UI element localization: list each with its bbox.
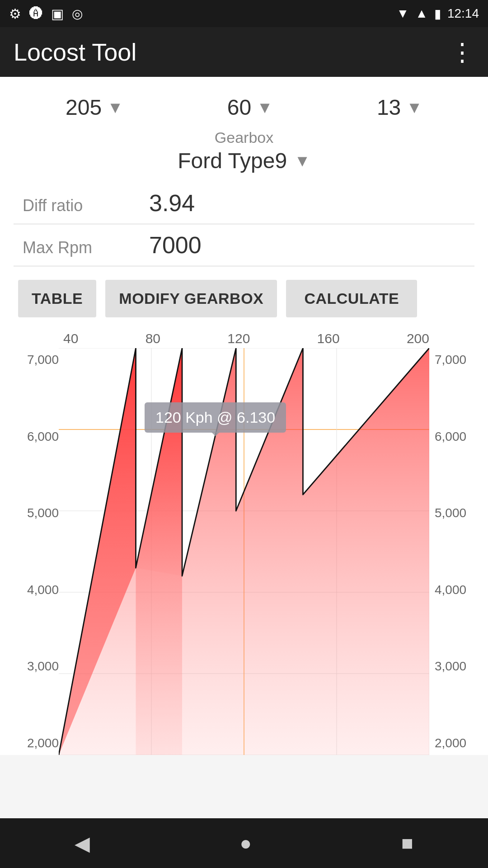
- diff-ratio-input[interactable]: [149, 189, 465, 217]
- calculate-button[interactable]: CALCULATE: [286, 280, 417, 317]
- x-label-160: 160: [317, 331, 340, 346]
- max-rpm-row: Max Rpm: [14, 224, 474, 266]
- dropdown-60[interactable]: 60 ▼: [227, 95, 273, 120]
- y-left-7000: 7,000: [27, 353, 59, 367]
- overflow-menu-icon[interactable]: ⋮: [450, 38, 474, 66]
- donut-icon: ◎: [72, 6, 83, 21]
- gearbox-label: Gearbox: [215, 129, 273, 146]
- diff-ratio-label: Diff ratio: [23, 196, 149, 215]
- chart-container[interactable]: 7,000 6,000 5,000 4,000 3,000 2,000 7,00…: [14, 348, 474, 755]
- y-left-4000: 4,000: [27, 583, 59, 597]
- dropdown-205-arrow: ▼: [107, 98, 123, 117]
- y-left-6000: 6,000: [27, 429, 59, 444]
- x-label-40: 40: [63, 331, 78, 346]
- action-buttons-row: TABLE MODIFY GEARBOX CALCULATE: [14, 266, 474, 331]
- nav-bar: ◀ ● ■: [0, 818, 488, 868]
- clock: 12:14: [447, 6, 479, 21]
- max-rpm-input[interactable]: [149, 231, 465, 259]
- status-left-icons: ⚙ 🅐 ▣ ◎: [9, 6, 83, 22]
- y-right-6000: 6,000: [435, 429, 466, 444]
- status-right-icons: ▼ ▲ ▮ 12:14: [396, 6, 479, 21]
- y-left-3000: 3,000: [27, 659, 59, 674]
- dropdown-13-value: 13: [377, 95, 401, 120]
- dropdown-205[interactable]: 205 ▼: [66, 95, 123, 120]
- accessibility-icon: 🅐: [29, 6, 43, 21]
- recent-button[interactable]: ■: [401, 832, 413, 854]
- y-right-7000: 7,000: [435, 353, 466, 367]
- app-title: Locost Tool: [14, 38, 136, 66]
- gearbox-section: Gearbox Ford Type9 ▼: [14, 124, 474, 182]
- settings-icon: ⚙: [9, 6, 21, 22]
- x-label-80: 80: [145, 331, 160, 346]
- y-right-3000: 3,000: [435, 659, 466, 674]
- dropdown-60-arrow: ▼: [257, 98, 273, 117]
- y-right-2000: 2,000: [435, 736, 466, 750]
- max-rpm-label: Max Rpm: [23, 238, 149, 257]
- dropdown-60-value: 60: [227, 95, 251, 120]
- y-labels-right: 7,000 6,000 5,000 4,000 3,000 2,000: [429, 348, 474, 755]
- dropdown-205-value: 205: [66, 95, 102, 120]
- app-bar: Locost Tool ⋮: [0, 27, 488, 77]
- signal-icon: ▲: [415, 6, 428, 21]
- y-right-4000: 4,000: [435, 583, 466, 597]
- chart-x-labels: 40 80 120 160 200: [14, 331, 474, 346]
- home-button[interactable]: ●: [239, 832, 252, 854]
- y-left-2000: 2,000: [27, 736, 59, 750]
- status-bar: ⚙ 🅐 ▣ ◎ ▼ ▲ ▮ 12:14: [0, 0, 488, 27]
- y-labels-left: 7,000 6,000 5,000 4,000 3,000 2,000: [14, 348, 59, 755]
- main-content: 205 ▼ 60 ▼ 13 ▼ Gearbox Ford Type9 ▼ Dif…: [0, 77, 488, 755]
- y-left-5000: 5,000: [27, 506, 59, 520]
- chart-wrapper: 40 80 120 160 200 7,000 6,000 5,000 4,00…: [14, 331, 474, 755]
- modify-gearbox-button[interactable]: MODIFY GEARBOX: [105, 280, 277, 317]
- top-dropdowns-row: 205 ▼ 60 ▼ 13 ▼: [14, 86, 474, 124]
- dropdown-13[interactable]: 13 ▼: [377, 95, 422, 120]
- y-right-5000: 5,000: [435, 506, 466, 520]
- battery-icon: ▮: [434, 6, 441, 21]
- x-label-200: 200: [407, 331, 429, 346]
- gearbox-dropdown[interactable]: Ford Type9 ▼: [178, 148, 310, 173]
- gearbox-value: Ford Type9: [178, 148, 287, 173]
- gearbox-dropdown-arrow: ▼: [294, 151, 310, 170]
- x-label-120: 120: [227, 331, 250, 346]
- table-button[interactable]: TABLE: [18, 280, 96, 317]
- dropdown-13-arrow: ▼: [406, 98, 422, 117]
- back-button[interactable]: ◀: [75, 832, 90, 855]
- sdcard-icon: ▣: [51, 6, 64, 22]
- chart-svg: [59, 348, 429, 755]
- diff-ratio-row: Diff ratio: [14, 182, 474, 224]
- wifi-icon: ▼: [396, 6, 409, 21]
